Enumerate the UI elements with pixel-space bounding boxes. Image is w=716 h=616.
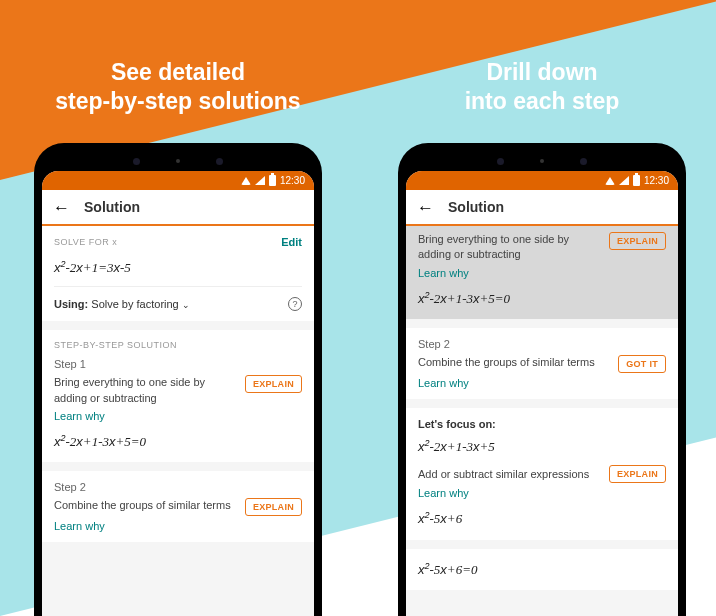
step-equation: x2-2x+1-3x+5=0 — [54, 431, 302, 452]
step-2: Step 2 Combine the groups of similar ter… — [42, 471, 314, 542]
learn-why-link[interactable]: Learn why — [54, 410, 302, 422]
steps-header: STEP-BY-STEP SOLUTION — [54, 340, 302, 350]
wifi-icon — [605, 177, 615, 185]
learn-why-link[interactable]: Learn why — [54, 520, 302, 532]
step-description: Bring everything to one side by adding o… — [418, 232, 601, 263]
battery-icon — [633, 175, 640, 186]
equation-input: x2-2x+1=3x-5 — [54, 257, 302, 278]
focus-equation-1: x2-2x+1-3x+5 — [418, 436, 666, 457]
phone-frame: 12:30 ← Solution Bring everything to one… — [398, 143, 686, 616]
step-number: Step 2 — [418, 338, 666, 350]
status-time: 12:30 — [644, 175, 669, 186]
step-2: Step 2 Combine the groups of similar ter… — [406, 328, 678, 399]
phone-screen: 12:30 ← Solution Bring everything to one… — [406, 171, 678, 616]
step-description: Combine the groups of similar terms — [54, 498, 237, 513]
page-title: Solution — [448, 199, 504, 215]
wifi-icon — [241, 177, 251, 185]
signal-icon — [619, 176, 629, 185]
status-bar: 12:30 — [42, 171, 314, 190]
phone-frame: 12:30 ← Solution SOLVE FOR x Edit x2-2x+… — [34, 143, 322, 616]
solve-for-section: SOLVE FOR x Edit x2-2x+1=3x-5 Using: Sol… — [42, 226, 314, 321]
step-1-collapsed: Bring everything to one side by adding o… — [406, 226, 678, 319]
app-bar: ← Solution — [406, 190, 678, 226]
left-panel: See detailed step-by-step solutions 12:3… — [2, 0, 354, 616]
explain-button[interactable]: EXPLAIN — [245, 375, 302, 393]
step-equation: x2-2x+1-3x+5=0 — [418, 288, 666, 309]
help-icon[interactable]: ? — [288, 297, 302, 311]
result-equation: x2-5x+6=0 — [418, 559, 666, 580]
step-description: Combine the groups of similar terms — [418, 355, 610, 370]
explain-button[interactable]: EXPLAIN — [245, 498, 302, 516]
focus-equation-2: x2-5x+6 — [418, 508, 666, 529]
learn-why-link[interactable]: Learn why — [418, 267, 666, 279]
phone-screen: 12:30 ← Solution SOLVE FOR x Edit x2-2x+… — [42, 171, 314, 616]
battery-icon — [269, 175, 276, 186]
explain-button[interactable]: EXPLAIN — [609, 232, 666, 250]
headline-left: See detailed step-by-step solutions — [55, 58, 300, 139]
chevron-down-icon: ⌄ — [182, 300, 190, 310]
step-number: Step 2 — [54, 481, 302, 493]
focus-sub-desc: Add or subtract similar expressions — [418, 468, 589, 480]
status-time: 12:30 — [280, 175, 305, 186]
explain-button[interactable]: EXPLAIN — [609, 465, 666, 483]
learn-why-link[interactable]: Learn why — [418, 377, 666, 389]
step-description: Bring everything to one side by adding o… — [54, 375, 237, 406]
signal-icon — [255, 176, 265, 185]
result-section: x2-5x+6=0 — [406, 549, 678, 590]
app-bar: ← Solution — [42, 190, 314, 226]
sensor-bar — [42, 151, 314, 171]
content-area: SOLVE FOR x Edit x2-2x+1=3x-5 Using: Sol… — [42, 226, 314, 616]
step-1: Step 1 Bring everything to one side by a… — [42, 352, 314, 462]
solve-for-label: SOLVE FOR x — [54, 237, 117, 247]
method-selector[interactable]: Using: Solve by factoring⌄ — [54, 298, 190, 310]
back-icon[interactable]: ← — [53, 199, 70, 216]
content-area: Bring everything to one side by adding o… — [406, 226, 678, 616]
headline-right: Drill down into each step — [465, 58, 620, 139]
got-it-button[interactable]: GOT IT — [618, 355, 666, 373]
page-title: Solution — [84, 199, 140, 215]
status-bar: 12:30 — [406, 171, 678, 190]
focus-section: Let's focus on: x2-2x+1-3x+5 Add or subt… — [406, 408, 678, 540]
focus-header: Let's focus on: — [418, 418, 666, 430]
step-number: Step 1 — [54, 358, 302, 370]
learn-why-link[interactable]: Learn why — [418, 487, 666, 499]
back-icon[interactable]: ← — [417, 199, 434, 216]
sensor-bar — [406, 151, 678, 171]
steps-section: STEP-BY-STEP SOLUTION — [42, 330, 314, 352]
edit-link[interactable]: Edit — [281, 236, 302, 248]
right-panel: Drill down into each step 12:30 ← Soluti… — [366, 0, 716, 616]
